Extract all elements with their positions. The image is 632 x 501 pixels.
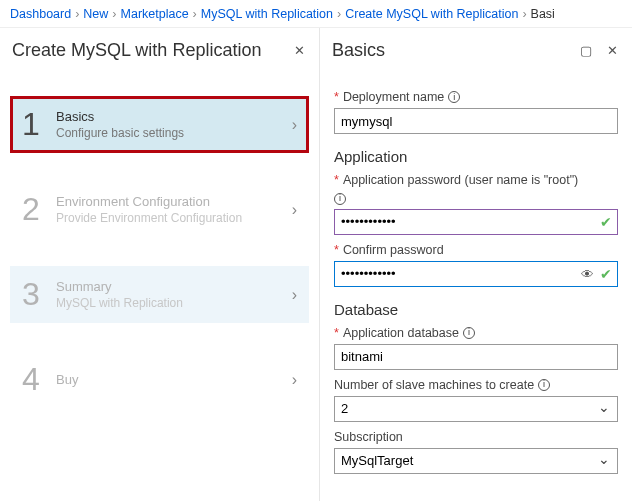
basics-blade: Basics ▢ ✕ *Deployment namei Application… bbox=[320, 28, 632, 501]
info-icon[interactable]: i bbox=[463, 327, 475, 339]
step-summary[interactable]: 3 Summary MySQL with Replication › bbox=[10, 266, 309, 323]
step-subtitle: MySQL with Replication bbox=[56, 296, 292, 310]
deployment-name-input[interactable] bbox=[334, 108, 618, 134]
step-title: Basics bbox=[56, 109, 292, 124]
step-number: 3 bbox=[22, 276, 56, 313]
bc-dashboard[interactable]: Dashboard bbox=[10, 7, 71, 21]
app-database-input[interactable] bbox=[334, 344, 618, 370]
confirm-password-input[interactable] bbox=[334, 261, 618, 287]
left-blade-title: Create MySQL with Replication bbox=[12, 40, 261, 61]
wizard-steps-blade: Create MySQL with Replication ✕ 1 Basics… bbox=[0, 28, 320, 501]
step-subtitle: Configure basic settings bbox=[56, 126, 292, 140]
chevron-right-icon: › bbox=[292, 201, 297, 219]
database-section: Database bbox=[334, 301, 618, 318]
info-icon[interactable]: i bbox=[448, 91, 460, 103]
step-number: 1 bbox=[22, 106, 56, 143]
info-icon[interactable]: i bbox=[334, 193, 346, 205]
step-number: 2 bbox=[22, 191, 56, 228]
chevron-right-icon: › bbox=[292, 371, 297, 389]
app-password-label: *Application password (user name is "roo… bbox=[334, 173, 618, 187]
bc-create[interactable]: Create MySQL with Replication bbox=[345, 7, 518, 21]
deployment-name-label: *Deployment namei bbox=[334, 90, 618, 104]
slaves-label: Number of slave machines to createi bbox=[334, 378, 618, 392]
subscription-label: Subscription bbox=[334, 430, 618, 444]
subscription-select[interactable]: MySqlTarget bbox=[334, 448, 618, 474]
chevron-right-icon: › bbox=[292, 116, 297, 134]
slaves-select[interactable]: 2 bbox=[334, 396, 618, 422]
step-title: Environment Configuration bbox=[56, 194, 292, 209]
app-password-input[interactable] bbox=[334, 209, 618, 235]
step-title: Buy bbox=[56, 372, 292, 387]
confirm-password-label: *Confirm password bbox=[334, 243, 618, 257]
bc-current: Basi bbox=[531, 7, 555, 21]
maximize-icon[interactable]: ▢ bbox=[578, 42, 594, 58]
bc-new[interactable]: New bbox=[83, 7, 108, 21]
step-buy[interactable]: 4 Buy › bbox=[10, 351, 309, 408]
step-subtitle: Provide Environment Configuration bbox=[56, 211, 292, 225]
breadcrumb: Dashboard› New› Marketplace› MySQL with … bbox=[0, 0, 632, 28]
application-section: Application bbox=[334, 148, 618, 165]
info-icon[interactable]: i bbox=[538, 379, 550, 391]
right-blade-title: Basics bbox=[332, 40, 385, 61]
step-environment[interactable]: 2 Environment Configuration Provide Envi… bbox=[10, 181, 309, 238]
step-title: Summary bbox=[56, 279, 292, 294]
step-number: 4 bbox=[22, 361, 56, 398]
eye-icon[interactable]: 👁 bbox=[581, 266, 594, 281]
close-icon[interactable]: ✕ bbox=[291, 42, 307, 58]
chevron-right-icon: › bbox=[292, 286, 297, 304]
bc-mysql[interactable]: MySQL with Replication bbox=[201, 7, 333, 21]
app-database-label: *Application databasei bbox=[334, 326, 618, 340]
bc-marketplace[interactable]: Marketplace bbox=[121, 7, 189, 21]
close-icon[interactable]: ✕ bbox=[604, 42, 620, 58]
step-basics[interactable]: 1 Basics Configure basic settings › bbox=[10, 96, 309, 153]
